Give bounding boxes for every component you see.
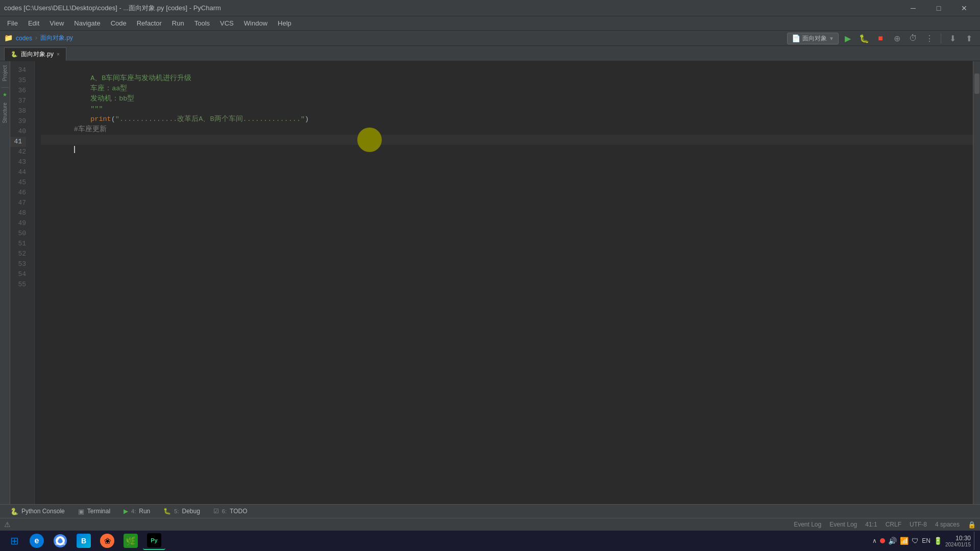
menu-navigate[interactable]: Navigate [69, 18, 105, 29]
more-run-button[interactable]: ⋮ [922, 32, 937, 44]
tab-python-icon: 🐍 [11, 51, 18, 58]
code-line-47 [41, 196, 973, 206]
event-log-link[interactable]: Event Log [794, 521, 821, 528]
maximize-button[interactable]: □ [927, 0, 950, 16]
debug-tab-icon: 🐛 [163, 508, 171, 515]
code-line-49 [41, 216, 973, 227]
taskbar-left: ⊞ e B ❀ [4, 532, 165, 550]
minimize-button[interactable]: ─ [901, 0, 925, 16]
lock-icon: 🔒 [968, 521, 976, 529]
file-tab-active[interactable]: 🐍 面向对象.py × [4, 47, 66, 61]
python-console-tab[interactable]: 🐍 Python Console [4, 505, 71, 517]
editor[interactable]: 34 35 36 37 38 39 40 41 42 43 44 45 46 4… [10, 61, 973, 504]
code-line-34: A、B车间车座与发动机进行升级 [41, 63, 973, 73]
event-log-text[interactable]: Event Log [829, 521, 857, 528]
vcs-update-button[interactable]: ⬇ [945, 32, 960, 44]
security-icon[interactable]: 🛡 [912, 537, 919, 545]
code-line-37: """ [41, 94, 973, 104]
close-button[interactable]: ✕ [952, 0, 976, 16]
bottom-toolbar: 🐍 Python Console ▣ Terminal ▶ 4: Run 🐛 5… [0, 504, 980, 531]
favorites-star-icon[interactable]: ★ [3, 90, 7, 98]
code-line-43 [41, 155, 973, 165]
run-tab[interactable]: ▶ 4: Run [117, 505, 156, 517]
menu-view[interactable]: View [44, 18, 69, 29]
profile-button[interactable]: ⏱ [906, 32, 920, 44]
taskbar-clock[interactable]: 10:30 2024/01/15 [945, 535, 971, 547]
run-config-label: 面向对象 [802, 34, 827, 43]
todo-tab[interactable]: ☑ 6: TODO [207, 505, 254, 517]
taskbar-edge[interactable]: e [26, 532, 48, 550]
project-panel-toggle[interactable]: Project [2, 61, 8, 85]
run-button[interactable]: ▶ [841, 32, 855, 44]
taskbar-chrome[interactable] [49, 532, 71, 550]
vcs-commit-button[interactable]: ⬆ [962, 32, 976, 44]
code-line-36: 发动机：bb型 [41, 84, 973, 94]
breadcrumb-file[interactable]: 面向对象.py [40, 34, 73, 42]
menu-run[interactable]: Run [167, 18, 189, 29]
debug-tab-num: 5: [174, 508, 179, 514]
tab-close-button[interactable]: × [57, 52, 60, 57]
network-icon[interactable]: 📶 [900, 537, 909, 545]
vertical-scrollbar-thumb[interactable] [974, 73, 979, 94]
run-tab-label: Run [139, 508, 150, 515]
terminal-icon: ▣ [78, 508, 84, 515]
stop-button[interactable]: ■ [873, 32, 888, 44]
code-line-41 [41, 135, 973, 145]
code-line-53 [41, 257, 973, 267]
breadcrumb-project[interactable]: codes [16, 35, 32, 42]
encoding[interactable]: UTF-8 [910, 521, 927, 528]
taskbar-pycharm[interactable]: Py [143, 532, 165, 550]
status-bar: ⚠ Event Log Event Log 41:1 CRLF UTF-8 4 … [0, 518, 980, 531]
right-scrollbar-strip[interactable] [973, 61, 980, 504]
speaker-icon[interactable]: 🔊 [888, 537, 897, 545]
menu-code[interactable]: Code [106, 18, 132, 29]
keyboard-icon[interactable]: EN [922, 537, 930, 544]
status-warning-icon: ⚠ [4, 520, 11, 529]
python-console-label: Python Console [21, 508, 65, 515]
menu-file[interactable]: File [2, 18, 23, 29]
line-separator[interactable]: CRLF [886, 521, 901, 528]
debug-tab-label: Debug [182, 508, 200, 515]
breadcrumb-separator: › [34, 34, 38, 42]
todo-tab-label: TODO [230, 508, 247, 515]
code-line-54 [41, 267, 973, 278]
breadcrumb-bar: 📁 codes › 面向对象.py 📄 面向对象 ▼ ▶ 🐛 ■ ⊕ ⏱ ⋮ ⬇… [0, 31, 980, 46]
taskbar-right: ∧ 🔊 📶 🛡 EN 🔋 10:30 2024/01/15 [872, 532, 976, 550]
code-line-51 [41, 237, 973, 247]
menu-help[interactable]: Help [273, 18, 297, 29]
menu-bar: File Edit View Navigate Code Refactor Ru… [0, 16, 980, 31]
menu-vcs[interactable]: VCS [215, 18, 239, 29]
coverage-button[interactable]: ⊕ [890, 32, 904, 44]
system-tray: ∧ 🔊 📶 🛡 EN 🔋 [872, 537, 942, 545]
taskbar-bing[interactable]: B [72, 532, 95, 550]
debug-button[interactable]: 🐛 [857, 32, 871, 44]
menu-window[interactable]: Window [239, 18, 273, 29]
left-project-strip: Project ★ Structure [0, 61, 10, 504]
tab-bar: 🐍 面向对象.py × [0, 46, 980, 61]
code-line-46 [41, 186, 973, 196]
indent-info[interactable]: 4 spaces [935, 521, 960, 528]
menu-tools[interactable]: Tools [189, 18, 215, 29]
main-editor-area: Project ★ Structure 34 35 36 37 38 39 40… [0, 61, 980, 504]
terminal-label: Terminal [87, 508, 110, 515]
run-config-selector[interactable]: 📄 面向对象 ▼ [787, 33, 839, 44]
structure-panel-toggle[interactable]: Structure [2, 98, 8, 128]
code-line-42 [41, 145, 973, 155]
show-desktop-button[interactable] [974, 532, 976, 550]
menu-refactor[interactable]: Refactor [132, 18, 167, 29]
status-right: Event Log Event Log 41:1 CRLF UTF-8 4 sp… [794, 521, 976, 529]
menu-edit[interactable]: Edit [23, 18, 44, 29]
code-line-55 [41, 278, 973, 288]
line-numbers: 34 35 36 37 38 39 40 41 42 43 44 45 46 4… [10, 61, 35, 504]
code-area[interactable]: A、B车间车座与发动机进行升级 车座：aa型 发动机：bb型 """ print… [35, 61, 973, 504]
terminal-tab[interactable]: ▣ Terminal [72, 505, 116, 517]
taskbar-app5[interactable]: 🌿 [119, 532, 142, 550]
cursor-position: 41:1 [865, 521, 877, 528]
taskbar-app4[interactable]: ❀ [96, 532, 118, 550]
battery-icon[interactable]: 🔋 [934, 537, 942, 545]
window-controls: ─ □ ✕ [901, 0, 976, 16]
tray-chevron[interactable]: ∧ [872, 537, 877, 544]
debug-tab[interactable]: 🐛 5: Debug [157, 505, 206, 517]
windows-start-button[interactable]: ⊞ [4, 532, 24, 550]
code-line-45 [41, 176, 973, 186]
